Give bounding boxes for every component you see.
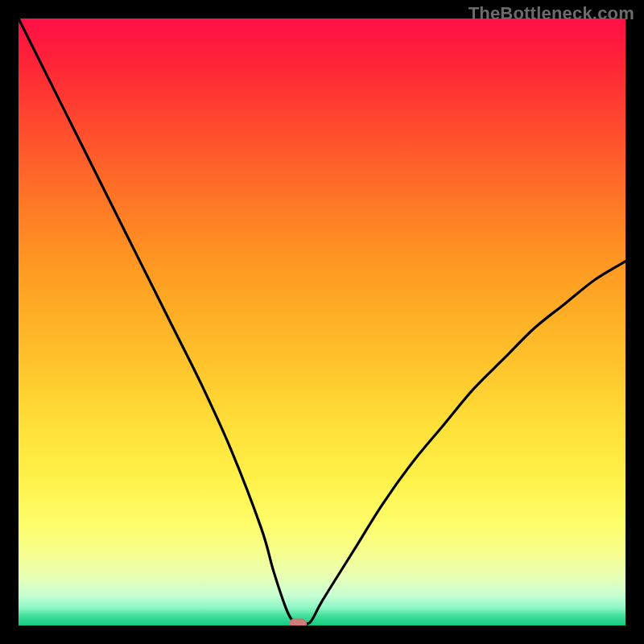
watermark-text: TheBottleneck.com bbox=[469, 3, 634, 24]
optimal-point-marker bbox=[289, 618, 307, 625]
bottleneck-curve bbox=[19, 19, 625, 625]
plot-area bbox=[19, 19, 625, 625]
curve-path bbox=[19, 19, 625, 624]
chart-frame: TheBottleneck.com bbox=[0, 0, 644, 644]
